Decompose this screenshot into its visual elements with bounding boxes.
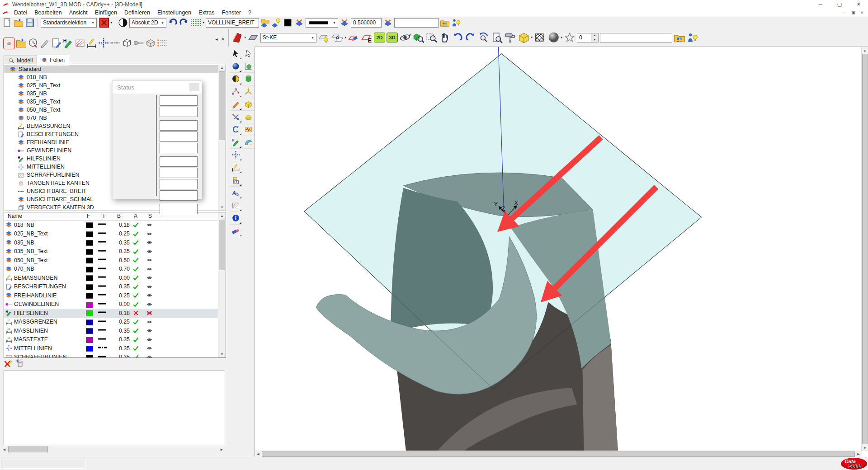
linetype-sample[interactable] bbox=[98, 267, 107, 270]
import-layer-icon[interactable] bbox=[16, 38, 27, 48]
visible-eye-icon[interactable] bbox=[146, 319, 153, 325]
visible-eye-icon[interactable] bbox=[146, 354, 153, 358]
linetype-sample[interactable] bbox=[98, 232, 107, 235]
table-row-freihandlinie[interactable]: FREIHANDLINIE0.25 bbox=[4, 291, 226, 300]
undo-icon[interactable] bbox=[168, 18, 178, 28]
visible-eye-icon[interactable] bbox=[146, 345, 153, 352]
menu-help[interactable]: ? bbox=[245, 9, 255, 16]
visible-eye-icon[interactable] bbox=[146, 230, 153, 237]
table-row-mittellinien[interactable]: MITTELLINIEN0.35 bbox=[4, 344, 226, 353]
table-row-bemassungen[interactable]: BEMASSUNGEN0.00 bbox=[4, 273, 226, 282]
view-name-field[interactable] bbox=[600, 33, 672, 42]
column-header-s[interactable]: S bbox=[148, 213, 152, 219]
visible-eye-icon[interactable] bbox=[146, 292, 153, 299]
visible-eye-icon[interactable] bbox=[146, 248, 153, 255]
sheet-pencil-icon[interactable] bbox=[51, 38, 62, 48]
dock-collapse-icon[interactable]: ◂ bbox=[216, 37, 218, 42]
scroll-thumb[interactable] bbox=[262, 451, 855, 457]
boolean-cut-icon[interactable] bbox=[242, 123, 255, 136]
rotate-view-right-icon[interactable] bbox=[465, 32, 476, 43]
active-check-icon[interactable] bbox=[132, 221, 139, 228]
active-check-icon[interactable] bbox=[132, 336, 139, 343]
favorite-star-icon[interactable] bbox=[564, 32, 576, 43]
color-swatch[interactable] bbox=[86, 337, 93, 343]
active-check-icon[interactable] bbox=[132, 274, 139, 281]
linetype-sample[interactable] bbox=[98, 276, 107, 278]
active-check-icon[interactable] bbox=[132, 301, 139, 308]
scroll-left-icon[interactable]: ◀ bbox=[1, 446, 8, 453]
minimize-icon[interactable]: ─ bbox=[811, 0, 830, 9]
layer-folder-icon[interactable] bbox=[260, 18, 270, 28]
color-swatch[interactable] bbox=[86, 320, 93, 325]
pan-hand-icon[interactable] bbox=[439, 32, 450, 43]
linetype-sample[interactable] bbox=[98, 285, 107, 287]
active-check-icon[interactable] bbox=[132, 239, 139, 246]
dimension-tool-icon[interactable] bbox=[230, 161, 242, 174]
contrast-icon[interactable] bbox=[118, 18, 128, 28]
solid-box-icon[interactable] bbox=[242, 98, 255, 111]
selection-mode-combo[interactable]: Standardselektion▾ bbox=[41, 18, 97, 28]
active-check-icon[interactable] bbox=[132, 345, 139, 352]
active-check-icon[interactable] bbox=[132, 257, 139, 263]
status-box[interactable] bbox=[160, 168, 198, 178]
zoom-rotate-icon[interactable] bbox=[478, 32, 490, 43]
extrude-box-icon[interactable] bbox=[242, 60, 255, 73]
centerline-tool-icon[interactable] bbox=[230, 149, 242, 161]
erase-tool-icon[interactable] bbox=[230, 225, 242, 237]
solid-box-icon[interactable] bbox=[145, 38, 156, 48]
delete-layer-icon[interactable] bbox=[4, 359, 13, 368]
hatch-tool-icon[interactable] bbox=[230, 199, 242, 212]
inactive-x-icon[interactable] bbox=[132, 310, 139, 316]
detail-spinner[interactable]: 0▲▼ bbox=[577, 33, 599, 42]
linetype-sample[interactable] bbox=[98, 355, 107, 358]
scroll-down-icon[interactable]: ▼ bbox=[218, 351, 226, 357]
orbit-icon[interactable] bbox=[399, 32, 411, 43]
plane-visibility-icon[interactable] bbox=[318, 32, 330, 43]
view-3d-button[interactable]: 3D bbox=[387, 33, 398, 42]
hatch-display-icon[interactable] bbox=[534, 32, 546, 43]
active-check-icon[interactable] bbox=[132, 230, 139, 237]
status-box[interactable] bbox=[160, 95, 198, 106]
linetype-sample[interactable] bbox=[98, 338, 107, 340]
column-header-f[interactable]: F bbox=[87, 213, 90, 219]
visible-eye-icon[interactable] bbox=[146, 266, 153, 273]
info-tool-icon[interactable] bbox=[230, 212, 242, 225]
panel-hscrollbar[interactable]: ◀ ▶ bbox=[1, 446, 225, 453]
menu-ansicht[interactable]: Ansicht bbox=[66, 9, 91, 16]
visible-eye-icon[interactable] bbox=[146, 274, 153, 281]
view-sphere-icon[interactable] bbox=[230, 60, 242, 73]
color-swatch[interactable] bbox=[86, 302, 93, 308]
scroll-thumb[interactable] bbox=[219, 220, 225, 270]
select-arrow-icon[interactable] bbox=[230, 47, 242, 60]
select-white-arrow-icon[interactable] bbox=[242, 47, 255, 60]
helper-pencil-icon[interactable]: H bbox=[63, 38, 74, 48]
table-row-035-nb[interactable]: 035_NB0.35 bbox=[4, 238, 226, 247]
visible-eye-icon[interactable] bbox=[146, 221, 153, 228]
linetype-sample[interactable] bbox=[98, 302, 107, 305]
table-row-massgrenzen[interactable]: 10MASSGRENZEN0.25 bbox=[4, 318, 226, 327]
viewport-vscrollbar[interactable]: ▲ ▼ bbox=[861, 47, 868, 451]
text-tool-icon[interactable]: Ab bbox=[230, 187, 242, 199]
measure-tool-icon[interactable]: A bbox=[230, 174, 242, 187]
table-row-schraffurlinien[interactable]: SCHRAFFURLINIEN0.35 bbox=[4, 353, 226, 358]
menu-einf-gen[interactable]: Einfügen bbox=[91, 9, 121, 16]
scroll-thumb[interactable] bbox=[219, 71, 225, 140]
highlight-bulb-icon[interactable] bbox=[272, 18, 282, 28]
table-row-hilfslinien[interactable]: HHILFSLINIEN0.18 bbox=[4, 309, 226, 318]
color-swatch[interactable] bbox=[86, 267, 93, 273]
tree-scrollbar[interactable]: ▲ ▼ bbox=[218, 64, 226, 211]
apply-linestyle-icon[interactable] bbox=[340, 18, 349, 28]
active-check-icon[interactable] bbox=[132, 248, 139, 255]
color-swatch[interactable] bbox=[86, 310, 93, 316]
status-box[interactable] bbox=[160, 120, 198, 131]
column-header-a[interactable]: A bbox=[134, 213, 137, 219]
table-row-050-nb-text[interactable]: 050_NB_Text0.50 bbox=[4, 256, 226, 265]
modify-tools-icon[interactable] bbox=[230, 111, 242, 123]
grid-snap-icon[interactable]: ▾ bbox=[190, 18, 204, 28]
hidden-eye-icon[interactable] bbox=[146, 310, 153, 316]
spinner-down-icon[interactable]: ▼ bbox=[591, 38, 598, 42]
linetype-sample[interactable] bbox=[98, 293, 107, 296]
menu-datei[interactable]: Datei bbox=[10, 9, 31, 16]
color-swatch[interactable] bbox=[86, 355, 93, 358]
status-box[interactable] bbox=[160, 190, 198, 201]
